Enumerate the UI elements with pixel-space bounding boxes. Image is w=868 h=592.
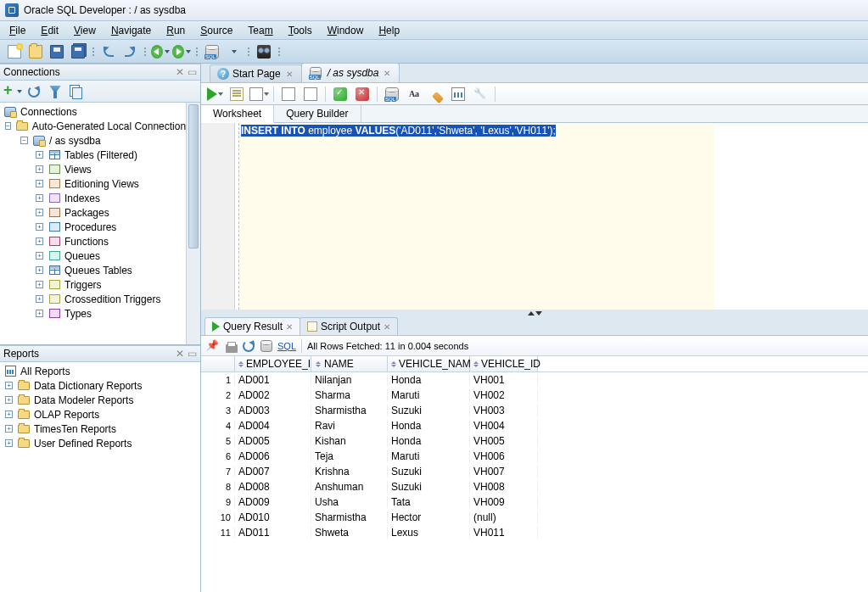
- cell-vehicle-id[interactable]: VH005: [470, 435, 538, 447]
- tree-expand-icon[interactable]: +: [36, 180, 43, 187]
- sql-tuning-button[interactable]: [300, 85, 321, 103]
- run-statement-button[interactable]: [204, 85, 225, 103]
- table-row[interactable]: 2AD002SharmaMarutiVH002: [201, 388, 868, 403]
- panel-close-icon[interactable]: ✕: [176, 348, 184, 360]
- tree-item[interactable]: +Packages: [0, 205, 186, 220]
- cell-employee-id[interactable]: AD008: [235, 481, 311, 493]
- tree-collapse-icon[interactable]: −: [20, 137, 28, 144]
- cell-name[interactable]: Sharmistha: [311, 405, 388, 416]
- table-row[interactable]: 5AD005KishanHondaVH005: [201, 433, 868, 449]
- sql-worksheet-dropdown[interactable]: [224, 42, 243, 61]
- cell-vehicle-id[interactable]: VH007: [470, 466, 538, 478]
- tree-item[interactable]: +Functions: [0, 234, 186, 249]
- menu-tools[interactable]: Tools: [283, 22, 318, 39]
- tree-expand-icon[interactable]: +: [5, 425, 13, 433]
- menu-help[interactable]: Help: [372, 22, 406, 39]
- cell-name[interactable]: Sharma: [311, 389, 388, 401]
- close-icon[interactable]: ✕: [382, 69, 392, 78]
- column-header[interactable]: VEHICLE_NAME: [388, 356, 470, 371]
- tab-query-result[interactable]: Query Result ✕: [204, 317, 300, 335]
- cell-employee-id[interactable]: AD007: [235, 466, 311, 478]
- tree-expand-icon[interactable]: +: [36, 151, 43, 159]
- menu-source[interactable]: Source: [194, 22, 238, 39]
- tree-expand-icon[interactable]: +: [36, 281, 43, 288]
- cell-name[interactable]: Krishna: [311, 466, 388, 478]
- refresh-result-button[interactable]: [242, 339, 255, 353]
- cell-name[interactable]: Nilanjan: [311, 374, 388, 386]
- tree-item[interactable]: +Crossedition Triggers: [0, 292, 186, 306]
- sql-link[interactable]: SQL: [277, 341, 296, 351]
- cell-vehicle-id[interactable]: (null): [470, 511, 538, 523]
- cell-employee-id[interactable]: AD001: [235, 374, 311, 386]
- horizontal-splitter[interactable]: [201, 310, 868, 316]
- cell-vehicle-id[interactable]: VH001: [470, 374, 538, 386]
- panel-minimize-icon[interactable]: ▭: [188, 66, 197, 78]
- cell-vehicle-id[interactable]: VH011: [470, 527, 538, 539]
- cell-name[interactable]: Shweta: [311, 527, 388, 539]
- tree-expand-icon[interactable]: +: [5, 439, 13, 447]
- tree-root-reports[interactable]: All Reports: [0, 364, 200, 378]
- cell-name[interactable]: Usha: [311, 496, 388, 508]
- menu-window[interactable]: Window: [322, 22, 370, 39]
- save-button[interactable]: [48, 42, 66, 61]
- cell-vehicle-id[interactable]: VH008: [470, 481, 538, 493]
- find-db-object-button[interactable]: [255, 42, 273, 61]
- table-row[interactable]: 1AD001NilanjanHondaVH001: [201, 372, 868, 388]
- column-header[interactable]: EMPLOYEE_ID: [235, 356, 311, 371]
- table-row[interactable]: 11AD011ShwetaLexusVH011: [201, 525, 868, 540]
- cell-vehicle-name[interactable]: Maruti: [388, 450, 470, 462]
- cell-employee-id[interactable]: AD011: [235, 527, 311, 539]
- close-icon[interactable]: ✕: [384, 322, 390, 332]
- cell-vehicle-name[interactable]: Suzuki: [388, 466, 470, 478]
- cell-employee-id[interactable]: AD009: [235, 496, 311, 508]
- menu-edit[interactable]: Edit: [35, 22, 64, 39]
- tree-expand-icon[interactable]: +: [36, 194, 43, 202]
- tree-expand-icon[interactable]: +: [36, 209, 43, 216]
- tree-expand-icon[interactable]: +: [36, 266, 43, 274]
- panel-close-icon[interactable]: ✕: [176, 66, 184, 78]
- cell-employee-id[interactable]: AD005: [235, 435, 311, 447]
- tree-item[interactable]: +Editioning Views: [0, 176, 186, 191]
- new-connection-button[interactable]: +: [3, 82, 22, 101]
- cell-name[interactable]: Anshuman: [311, 481, 388, 493]
- tree-expand-icon[interactable]: +: [5, 410, 13, 418]
- tree-autogen[interactable]: − Auto-Generated Local Connections: [0, 119, 186, 133]
- panel-minimize-icon[interactable]: ▭: [188, 348, 197, 360]
- tree-item[interactable]: +Queues Tables: [0, 263, 186, 277]
- tab-start-page[interactable]: ? Start Page ✕: [210, 64, 302, 82]
- tree-item[interactable]: +Types: [0, 306, 186, 321]
- cell-vehicle-name[interactable]: Honda: [388, 435, 470, 447]
- tree-item[interactable]: +Queues: [0, 249, 186, 263]
- column-header[interactable]: VEHICLE_ID: [470, 356, 538, 371]
- tree-item[interactable]: +Data Dictionary Reports: [0, 378, 200, 393]
- tree-expand-icon[interactable]: +: [36, 223, 43, 231]
- cell-vehicle-id[interactable]: VH003: [470, 405, 538, 416]
- tree-expand-icon[interactable]: +: [36, 310, 43, 317]
- cell-name[interactable]: Sharmistha: [311, 511, 388, 523]
- cell-vehicle-name[interactable]: Tata: [388, 496, 470, 508]
- tab-script-output[interactable]: Script Output ✕: [300, 317, 398, 335]
- cell-vehicle-name[interactable]: Suzuki: [388, 481, 470, 493]
- tree-expand-icon[interactable]: +: [5, 396, 13, 404]
- menu-team[interactable]: Team: [242, 22, 278, 39]
- tree-connection-sysdba[interactable]: − / as sysdba: [0, 133, 186, 148]
- tab-query-builder[interactable]: Query Builder: [274, 105, 361, 122]
- cell-vehicle-name[interactable]: Honda: [388, 374, 470, 386]
- cell-name[interactable]: Teja: [311, 450, 388, 462]
- cell-name[interactable]: Kishan: [311, 435, 388, 447]
- filter-connections-button[interactable]: [46, 82, 64, 101]
- copy-connection-button[interactable]: [67, 82, 86, 101]
- tree-item[interactable]: +OLAP Reports: [0, 407, 200, 422]
- cell-employee-id[interactable]: AD004: [235, 420, 311, 432]
- table-row[interactable]: 6AD006TejaMarutiVH006: [201, 449, 868, 464]
- table-row[interactable]: 4AD004RaviHondaVH004: [201, 418, 868, 433]
- tree-expand-icon[interactable]: +: [5, 382, 13, 389]
- cell-employee-id[interactable]: AD003: [235, 405, 311, 416]
- autotrace-button[interactable]: [278, 85, 299, 103]
- rollback-button[interactable]: [352, 85, 372, 103]
- tree-item[interactable]: +TimesTen Reports: [0, 422, 200, 436]
- cell-employee-id[interactable]: AD010: [235, 511, 311, 523]
- tree-item[interactable]: +Indexes: [0, 191, 186, 205]
- explain-plan-button[interactable]: [249, 85, 269, 103]
- menu-run[interactable]: Run: [160, 22, 191, 39]
